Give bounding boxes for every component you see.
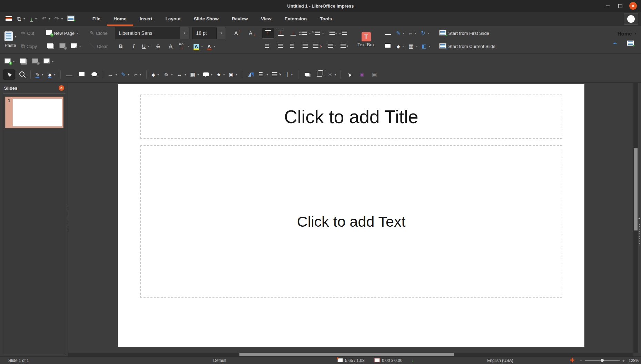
insert-line-button[interactable] (382, 28, 394, 38)
interaction-button[interactable]: ◧▾ (420, 41, 432, 51)
align-center-button[interactable] (274, 41, 286, 51)
italic-button[interactable]: I (127, 41, 139, 51)
image-filter-button[interactable]: ∗▾ (326, 69, 338, 80)
zoom-slider-thumb[interactable] (601, 359, 604, 362)
connectors-button[interactable]: ⌐▾ (132, 69, 144, 80)
slides-panel-close-button[interactable]: ✕ (59, 85, 64, 91)
curves-button[interactable]: ✎▾ (119, 69, 131, 80)
bold-button[interactable]: B (115, 41, 127, 51)
valign-top-button[interactable] (262, 28, 274, 39)
basic-shapes-button[interactable]: ◆▾ (149, 69, 161, 80)
fill-color-button[interactable]: ◆▾ (46, 69, 58, 80)
sidebar-collapse-strip[interactable]: ◂ (638, 83, 641, 353)
zoom-slider[interactable] (585, 360, 620, 361)
line-color-button[interactable]: ✎▾ (33, 69, 45, 80)
block-arrows-button[interactable]: ↔▾ (175, 69, 188, 80)
redo-button[interactable]: ↷▾ (52, 14, 64, 24)
edit-points-button[interactable] (344, 69, 355, 80)
valign-bottom-button[interactable] (287, 28, 299, 38)
tab-view[interactable]: View (254, 12, 278, 26)
clone-formatting-button[interactable]: ✎ Clone (88, 28, 109, 38)
table-button[interactable]: ▦▾ (407, 41, 419, 51)
rotate-button[interactable] (245, 69, 257, 80)
justify-button[interactable] (299, 41, 311, 51)
tab-tools[interactable]: Tools (313, 12, 338, 26)
demote-button[interactable] (326, 28, 338, 38)
show-gluepoints-button[interactable]: ◉ (356, 69, 368, 80)
clear-formatting-button[interactable]: Clear (88, 41, 109, 51)
shadow-font-button[interactable]: A (165, 41, 176, 51)
select-button[interactable] (3, 69, 15, 80)
save-status[interactable]: ↓ (412, 357, 414, 364)
grow-font-button[interactable]: A (230, 28, 242, 38)
slide-layout-button[interactable]: ▾ (42, 56, 55, 67)
vertical-scrollbar-thumb[interactable] (634, 148, 638, 230)
horizontal-scrollbar[interactable] (68, 353, 633, 356)
restore-button[interactable] (617, 2, 624, 9)
font-color-button[interactable]: A▾ (205, 41, 217, 51)
horizontal-scrollbar-thumb[interactable] (239, 353, 454, 356)
customize-button[interactable]: ✒ (609, 39, 621, 49)
align-left-button[interactable] (262, 41, 274, 51)
align-objects-button[interactable]: ▾ (257, 69, 270, 80)
title-placeholder[interactable]: Click to add Title (140, 95, 562, 139)
basic-shapes-button[interactable]: ◆▾ (394, 41, 406, 51)
distribution-button[interactable]: ∥▾ (284, 69, 295, 80)
para-space-increase-button[interactable] (325, 41, 336, 51)
arrange-button[interactable]: ▾ (270, 69, 283, 80)
duplicate-page-button[interactable] (44, 41, 56, 51)
highlight-color-button[interactable]: A▾ (192, 41, 204, 51)
zoom-level[interactable]: 128% (629, 357, 639, 364)
numbered-list-button[interactable]: ▾ (313, 28, 325, 38)
fit-slide-button[interactable] (570, 357, 574, 364)
ellipse-button[interactable] (88, 69, 100, 80)
bullet-list-button[interactable]: ▾ (300, 28, 312, 38)
line-spacing-button[interactable]: ▾ (312, 41, 324, 51)
delete-page-button[interactable] (57, 41, 68, 51)
curves-button[interactable]: ✎▾ (394, 28, 406, 38)
para-space-decrease-button[interactable] (337, 41, 349, 51)
menubar-menu-button[interactable] (624, 13, 638, 25)
insert-textbox-button[interactable]: T Text Box (356, 28, 376, 51)
tab-extension[interactable]: Extension (278, 12, 314, 26)
char-spacing-button[interactable]: ▾ (177, 41, 191, 51)
vertical-scrollbar[interactable] (633, 83, 638, 353)
zoom-button[interactable] (16, 69, 28, 80)
shadow-button[interactable] (301, 69, 313, 80)
tab-insert[interactable]: Insert (133, 12, 159, 26)
3d-objects-button[interactable]: ▣▾ (227, 69, 239, 80)
tab-home[interactable]: Home (107, 12, 133, 26)
text-language[interactable]: English (USA) (476, 357, 524, 364)
new-presentation-button[interactable] (65, 14, 77, 24)
start-from-current-slide-button[interactable]: Start from Current Slide (437, 41, 497, 51)
align-right-button[interactable] (287, 41, 298, 51)
rectangle-button[interactable] (382, 41, 394, 51)
rectangle-button[interactable] (76, 69, 88, 80)
crop-image-button[interactable] (314, 69, 325, 80)
content-placeholder[interactable]: Click to add Text (140, 145, 562, 298)
font-name-select[interactable]: Liberation Sans ▾ (115, 27, 189, 39)
minimize-button[interactable] (604, 2, 611, 9)
tab-layout[interactable]: Layout (159, 12, 187, 26)
slide-properties-button[interactable] (624, 39, 636, 49)
shrink-font-button[interactable]: A (245, 28, 256, 38)
strikethrough-button[interactable]: S (152, 41, 164, 51)
undo-button[interactable]: ↶▾ (40, 14, 52, 24)
close-button[interactable]: ✕ (629, 2, 637, 10)
paste-button[interactable]: ▾ Paste (3, 28, 18, 51)
symbol-shapes-button[interactable]: ☺▾ (162, 69, 174, 80)
insert-line-button[interactable] (63, 69, 75, 80)
tab-file[interactable]: File (86, 12, 107, 26)
transformations-button[interactable]: ↻▾ (419, 28, 431, 38)
cut-button[interactable]: ✂ Cut (19, 28, 36, 38)
font-name-dropdown-icon[interactable]: ▾ (180, 27, 189, 39)
zoom-in-button[interactable]: + (622, 358, 625, 363)
open-file-button[interactable]: ⧉▾ (15, 14, 27, 24)
font-size-select[interactable]: 18 pt ▾ (192, 27, 226, 39)
slide-thumbnail-1[interactable]: 1 (5, 97, 63, 128)
start-from-first-slide-button[interactable]: Start from First Slide (437, 28, 491, 38)
master-slide-name[interactable]: Default (213, 357, 226, 364)
notebookbar-view-selector[interactable]: Home ▾ (618, 31, 636, 37)
zoom-out-button[interactable]: − (580, 358, 582, 363)
new-slide-button[interactable]: ▾ (3, 56, 16, 67)
